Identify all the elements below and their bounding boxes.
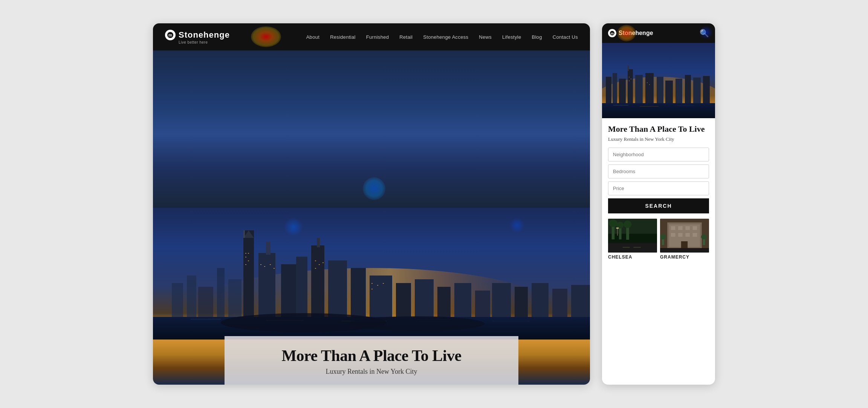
nav-furnished[interactable]: Furnished: [366, 34, 389, 40]
svg-rect-36: [260, 264, 261, 265]
neighborhood-gramercy[interactable]: GRAMERCY: [660, 219, 709, 260]
svg-rect-35: [245, 264, 246, 265]
svg-rect-9: [243, 230, 254, 328]
mobile-search-form: SEARCH: [608, 148, 709, 213]
nav-blog[interactable]: Blog: [532, 34, 542, 40]
svg-rect-13: [266, 242, 270, 255]
svg-rect-44: [371, 283, 373, 284]
mobile-logo[interactable]: m Stonehenge: [608, 29, 653, 37]
svg-rect-102: [671, 233, 675, 237]
svg-text:m: m: [168, 33, 172, 37]
svg-text:m: m: [611, 32, 614, 35]
mobile-city-svg: [602, 43, 715, 118]
svg-rect-79: [613, 105, 628, 105]
nav-lifestyle[interactable]: Lifestyle: [502, 34, 521, 40]
svg-rect-39: [274, 268, 275, 269]
svg-rect-105: [693, 233, 697, 237]
hero-title: More Than A Place To Live: [240, 347, 503, 365]
nav-about[interactable]: About: [306, 34, 319, 40]
gramercy-label: GRAMERCY: [660, 254, 709, 260]
price-input[interactable]: [608, 181, 709, 195]
bedrooms-input[interactable]: [608, 164, 709, 178]
search-button[interactable]: SEARCH: [608, 198, 709, 213]
logo-icon: m: [165, 30, 176, 40]
svg-rect-43: [322, 262, 324, 263]
nav-residential[interactable]: Residential: [330, 34, 356, 40]
svg-rect-37: [264, 266, 265, 267]
svg-rect-73: [629, 77, 630, 78]
svg-rect-100: [685, 226, 690, 230]
svg-rect-33: [245, 257, 246, 257]
nav-contact-us[interactable]: Contact Us: [553, 34, 578, 40]
svg-rect-53: [492, 321, 530, 321]
hero-text-overlay: More Than A Place To Live Luxury Rentals…: [225, 336, 518, 385]
chelsea-label: CHELSEA: [608, 254, 657, 260]
mobile-hero-subtitle: Luxury Rentals in New York City: [608, 136, 709, 142]
svg-rect-106: [681, 241, 688, 249]
desktop-panel: m Stonehenge Live better here About Resi…: [153, 23, 590, 385]
svg-rect-81: [677, 105, 694, 106]
neighborhood-chelsea[interactable]: CHELSEA: [608, 219, 657, 260]
nav-stonehenge-access[interactable]: Stonehenge Access: [423, 34, 468, 40]
heatmap-residential: [251, 26, 281, 47]
mobile-nav: m Stonehenge 🔍: [602, 23, 715, 43]
svg-rect-46: [383, 283, 384, 284]
svg-rect-32: [248, 253, 249, 254]
mobile-content: More Than A Place To Live Luxury Rentals…: [602, 118, 715, 385]
desktop-nav: m Stonehenge Live better here About Resi…: [153, 23, 590, 50]
svg-rect-90: [617, 228, 618, 236]
mobile-panel: m Stonehenge 🔍: [602, 23, 715, 385]
svg-rect-101: [693, 226, 697, 230]
svg-rect-92: [608, 243, 657, 253]
svg-point-85: [609, 219, 617, 227]
gramercy-image: [660, 219, 709, 253]
svg-rect-98: [671, 226, 675, 230]
neighborhood-cards: CHELSEA: [608, 219, 709, 260]
mobile-logo-icon: m: [608, 29, 616, 37]
nav-news[interactable]: News: [479, 34, 492, 40]
svg-rect-17: [317, 238, 320, 247]
svg-rect-64: [628, 65, 629, 71]
logo-tagline: Live better here: [179, 40, 208, 44]
svg-rect-34: [248, 260, 249, 261]
svg-rect-42: [315, 268, 316, 269]
svg-rect-38: [270, 264, 271, 265]
svg-rect-74: [631, 79, 631, 79]
svg-rect-40: [315, 260, 316, 261]
mobile-hero-title: More Than A Place To Live: [608, 124, 709, 134]
hero-subtitle: Luxury Rentals in New York City: [240, 368, 503, 376]
mobile-hero-image: [602, 43, 715, 118]
svg-rect-41: [319, 264, 320, 265]
svg-rect-93: [623, 247, 630, 248]
svg-rect-31: [245, 253, 246, 254]
svg-point-89: [623, 221, 631, 228]
svg-rect-49: [191, 319, 221, 320]
svg-rect-103: [678, 233, 683, 237]
svg-rect-75: [629, 81, 630, 81]
svg-rect-94: [633, 247, 640, 248]
svg-point-109: [660, 234, 666, 239]
svg-rect-76: [647, 82, 648, 83]
nav-links: About Residential Furnished Retail Stone…: [306, 33, 578, 40]
svg-rect-47: [371, 289, 373, 289]
neighborhood-input[interactable]: [608, 148, 709, 161]
hero-area: More Than A Place To Live Luxury Rentals…: [153, 50, 590, 385]
city-skyline-svg: [153, 208, 590, 339]
svg-rect-77: [649, 84, 650, 85]
svg-rect-11: [243, 230, 245, 238]
heatmap-hero-center: [363, 177, 385, 200]
logo-name: Stonehenge: [179, 30, 230, 40]
mobile-search-icon[interactable]: 🔍: [700, 29, 709, 38]
svg-point-55: [349, 316, 484, 331]
svg-rect-99: [678, 226, 683, 230]
svg-rect-104: [685, 233, 690, 237]
mobile-logo-name: Stonehenge: [619, 30, 653, 37]
svg-point-111: [701, 234, 707, 239]
svg-point-91: [616, 227, 619, 229]
svg-rect-80: [640, 106, 659, 107]
nav-retail[interactable]: Retail: [399, 34, 413, 40]
svg-rect-45: [377, 285, 378, 286]
svg-rect-107: [660, 248, 709, 253]
chelsea-image: [608, 219, 657, 253]
nav-logo[interactable]: m Stonehenge Live better here: [165, 30, 230, 44]
